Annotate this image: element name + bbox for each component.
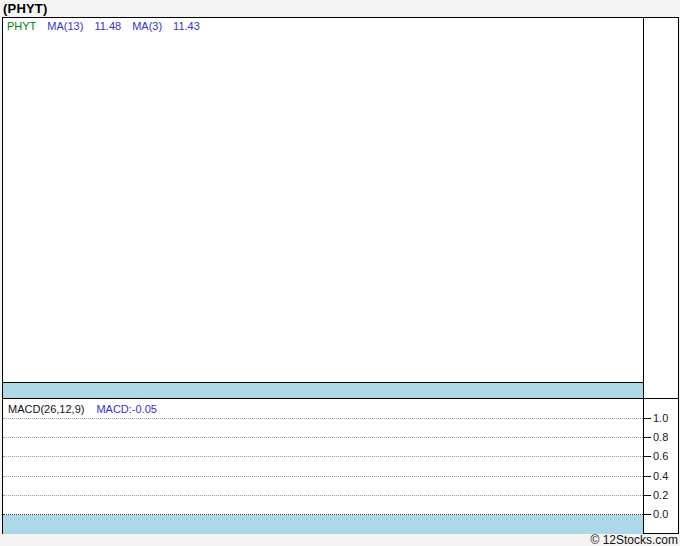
- separator-band-top: [3, 383, 643, 398]
- gridline-0-4: [3, 476, 643, 477]
- y-tick: [643, 495, 651, 496]
- ma3-label: MA(3): [132, 20, 162, 32]
- ma3-value: 11.43: [173, 20, 200, 32]
- macd-legend: MACD(26,12,9)MACD:-0.05: [8, 403, 157, 415]
- y-tick: [643, 437, 651, 438]
- macd-value-label: MACD:-0.05: [96, 403, 157, 415]
- y-tick-label: 0.8: [653, 431, 679, 443]
- chart-container: PHYTMA(13)11.48MA(3)11.43 MACD(26,12,9)M…: [2, 17, 679, 534]
- y-tick-label: 0.2: [653, 489, 679, 501]
- gridline-0-6: [3, 456, 643, 457]
- y-tick: [643, 456, 651, 457]
- y-tick-label: 0.4: [653, 470, 679, 482]
- page-title: (PHYT): [3, 1, 48, 16]
- y-tick: [643, 514, 651, 515]
- ma13-label: MA(13): [47, 20, 83, 32]
- y-tick: [643, 418, 651, 419]
- gridline-0-8: [3, 437, 643, 438]
- macd-panel-top-border: [3, 398, 678, 399]
- y-tick-label: 0.6: [653, 450, 679, 462]
- price-legend: PHYTMA(13)11.48MA(3)11.43: [7, 20, 211, 32]
- y-tick-label: 1.0: [653, 412, 679, 424]
- site-credit: © 12Stocks.com: [590, 534, 678, 546]
- gridline-0-2: [3, 495, 643, 496]
- ticker-symbol-label: PHYT: [7, 20, 36, 32]
- y-tick: [643, 476, 651, 477]
- gridline-1-0: [3, 418, 643, 419]
- y-tick-label: 0.0: [653, 508, 679, 520]
- ma13-value: 11.48: [94, 20, 121, 32]
- separator-band-bottom: [3, 515, 643, 534]
- macd-indicator-label: MACD(26,12,9): [8, 403, 84, 415]
